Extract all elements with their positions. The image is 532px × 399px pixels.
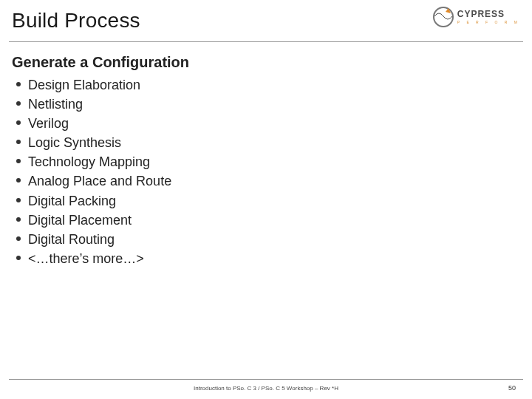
bullet-text: Design Elaboration (28, 75, 140, 95)
bullet-icon (16, 120, 21, 125)
list-item: Design Elaboration (16, 75, 520, 95)
bullet-text: Digital Packing (28, 191, 116, 211)
bullet-icon (16, 217, 21, 222)
bullet-icon (16, 256, 21, 260)
list-item: Digital Packing (16, 191, 520, 211)
bullet-text: Digital Routing (28, 230, 115, 249)
bullet-icon (16, 198, 21, 202)
list-item: Netlisting (16, 95, 520, 114)
section-subtitle: Generate a Configuration (12, 54, 520, 71)
bullet-icon (16, 178, 21, 183)
footer-rule (9, 379, 523, 380)
page-number: 50 (508, 384, 516, 392)
bullet-text: <…there’s more…> (28, 249, 144, 268)
list-item: Digital Routing (16, 230, 520, 249)
list-item: Verilog (16, 114, 520, 133)
logo: CYPRESS P E R F O R M (432, 6, 520, 28)
svg-point-0 (434, 7, 453, 27)
list-item: Technology Mapping (16, 152, 520, 171)
list-item: Analog Place and Route (16, 171, 520, 191)
bullet-text: Logic Synthesis (28, 133, 121, 152)
logo-brand: CYPRESS (457, 10, 520, 18)
bullet-icon (16, 140, 21, 144)
footer-text: Introduction to PSo. C 3 / PSo. C 5 Work… (0, 385, 532, 392)
bullet-text: Verilog (28, 114, 69, 133)
list-item: <…there’s more…> (16, 249, 520, 268)
bullet-text: Digital Placement (28, 211, 132, 230)
bullet-icon (16, 236, 21, 241)
bullet-text: Technology Mapping (28, 152, 150, 171)
bullet-icon (16, 101, 21, 106)
bullet-icon (16, 82, 21, 86)
logo-mark-icon (432, 6, 454, 28)
list-item: Digital Placement (16, 211, 520, 230)
bullet-list: Design Elaboration Netlisting Verilog Lo… (12, 75, 520, 268)
list-item: Logic Synthesis (16, 133, 520, 152)
bullet-text: Netlisting (28, 95, 83, 114)
logo-tagline: P E R F O R M (457, 20, 520, 24)
bullet-icon (16, 159, 21, 163)
bullet-text: Analog Place and Route (28, 171, 171, 191)
